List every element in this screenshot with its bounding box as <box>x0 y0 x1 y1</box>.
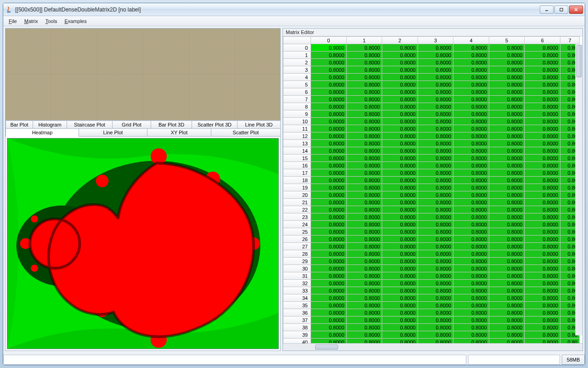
grid-cell[interactable]: 0.8000 <box>525 228 560 236</box>
grid-cell[interactable]: 0.8000 <box>525 155 560 162</box>
grid-cell[interactable]: 0.8000 <box>382 103 418 110</box>
grid-cell[interactable]: 0.8000 <box>382 81 418 88</box>
grid-cell[interactable]: 0.8000 <box>525 103 560 110</box>
grid-cell[interactable]: 0.8000 <box>346 324 382 331</box>
grid-cell[interactable]: 0.8000 <box>453 243 489 250</box>
grid-cell[interactable]: 0.8000 <box>418 206 453 213</box>
grid-cell[interactable]: 0.8000 <box>418 66 453 74</box>
grid-cell[interactable]: 0.8000 <box>382 125 418 132</box>
grid-cell[interactable]: 0.8000 <box>311 191 347 199</box>
row-header[interactable]: 21 <box>283 199 311 206</box>
grid-cell[interactable]: 0.8000 <box>489 272 525 280</box>
grid-cell[interactable]: 0.8000 <box>525 88 560 96</box>
grid-cell[interactable]: 0.8000 <box>346 96 382 103</box>
grid-cell[interactable]: 0.8000 <box>525 287 560 294</box>
grid-cell[interactable]: 0.8000 <box>489 110 525 118</box>
grid-cell[interactable]: 0.8000 <box>453 221 489 228</box>
grid-cell[interactable]: 0.8000 <box>453 110 489 118</box>
grid-cell[interactable]: 0.8000 <box>525 258 560 265</box>
grid-cell[interactable]: 0.8000 <box>311 213 347 221</box>
titlebar[interactable]: [[500x500]] DefaultDenseDoubleMatrix2D [… <box>3 3 585 16</box>
grid-cell[interactable]: 0.8000 <box>418 74 453 81</box>
grid-cell[interactable]: 0.8000 <box>453 324 489 331</box>
grid-cell[interactable]: 0.8000 <box>346 184 382 191</box>
col-header[interactable]: 6 <box>525 37 560 44</box>
grid-cell[interactable]: 0.8000 <box>418 302 453 309</box>
grid-cell[interactable]: 0.8000 <box>525 118 560 125</box>
grid-cell[interactable]: 0.8000 <box>382 265 418 272</box>
grid-cell[interactable]: 0.8000 <box>418 228 453 236</box>
grid-cell[interactable]: 0.8000 <box>311 258 347 265</box>
grid-cell[interactable]: 0.8000 <box>418 140 453 147</box>
grid-cell[interactable]: 0.8000 <box>525 221 560 228</box>
grid-cell[interactable]: 0.8000 <box>311 236 347 243</box>
grid-cell[interactable]: 0.8000 <box>453 184 489 191</box>
grid-cell[interactable]: 0.8000 <box>489 309 525 316</box>
grid-cell[interactable]: 0.8000 <box>418 221 453 228</box>
memory-button[interactable]: 58MB <box>562 355 585 365</box>
grid-cell[interactable]: 0.8000 <box>418 103 453 110</box>
grid-cell[interactable]: 0.8000 <box>525 243 560 250</box>
grid-cell[interactable]: 0.8000 <box>453 66 489 74</box>
row-header[interactable]: 19 <box>283 184 311 191</box>
grid-cell[interactable]: 0.8000 <box>382 250 418 258</box>
grid-cell[interactable]: 0.8000 <box>525 162 560 169</box>
grid-cell[interactable]: 0.8000 <box>382 302 418 309</box>
grid-cell[interactable]: 0.8000 <box>382 258 418 265</box>
grid-cell[interactable]: 0.8000 <box>489 96 525 103</box>
minimize-button[interactable] <box>540 6 554 14</box>
grid-cell[interactable]: 0.8000 <box>489 103 525 110</box>
grid-cell[interactable]: 0.8000 <box>453 228 489 236</box>
grid-cell[interactable]: 0.8000 <box>346 272 382 280</box>
col-header[interactable]: 4 <box>453 37 489 44</box>
col-header[interactable]: 1 <box>346 37 382 44</box>
grid-cell[interactable]: 0.8000 <box>489 213 525 221</box>
tab-line-plot-3d[interactable]: Line Plot 3D <box>237 121 281 129</box>
vertical-scrollbar-thumb[interactable] <box>577 45 582 77</box>
grid-cell[interactable]: 0.8000 <box>418 294 453 302</box>
grid-cell[interactable]: 0.8000 <box>418 169 453 177</box>
grid-cell[interactable]: 0.8000 <box>346 125 382 132</box>
grid-cell[interactable]: 0.8000 <box>453 155 489 162</box>
grid-cell[interactable]: 0.8000 <box>311 177 347 184</box>
row-header[interactable]: 40 <box>283 339 311 344</box>
grid-cell[interactable]: 0.8000 <box>311 221 347 228</box>
grid-cell[interactable]: 0.8000 <box>489 331 525 339</box>
grid-cell[interactable]: 0.8000 <box>489 221 525 228</box>
grid-cell[interactable]: 0.8000 <box>525 302 560 309</box>
grid-cell[interactable]: 0.8000 <box>525 66 560 74</box>
grid-cell[interactable]: 0.8000 <box>382 147 418 155</box>
grid-cell[interactable]: 0.8000 <box>311 294 347 302</box>
menu-matrix[interactable]: Matrix <box>22 17 41 25</box>
grid-cell[interactable]: 0.8000 <box>382 206 418 213</box>
heatmap-canvas[interactable] <box>7 138 279 349</box>
grid-corner[interactable] <box>283 37 311 44</box>
grid-cell[interactable]: 0.8000 <box>489 258 525 265</box>
row-header[interactable]: 26 <box>283 236 311 243</box>
matrix-grid[interactable]: 0123456700.90000.80000.80000.80000.80000… <box>283 36 580 343</box>
grid-cell[interactable]: 0.8000 <box>346 162 382 169</box>
grid-cell[interactable]: 0.8000 <box>418 155 453 162</box>
grid-cell[interactable]: 0.8000 <box>453 206 489 213</box>
grid-cell[interactable]: 0.8000 <box>311 103 347 110</box>
row-header[interactable]: 0 <box>283 44 311 52</box>
matrix-grid-scroll[interactable]: 0123456700.90000.80000.80000.80000.80000… <box>283 36 582 343</box>
grid-cell[interactable]: 0.8000 <box>453 44 489 52</box>
grid-cell[interactable]: 0.8000 <box>453 250 489 258</box>
row-header[interactable]: 32 <box>283 280 311 287</box>
row-header[interactable]: 38 <box>283 324 311 331</box>
grid-cell[interactable]: 0.8000 <box>489 236 525 243</box>
grid-cell[interactable]: 0.8000 <box>453 52 489 59</box>
row-header[interactable]: 11 <box>283 125 311 132</box>
grid-cell[interactable]: 0.8000 <box>346 88 382 96</box>
grid-cell[interactable]: 0.8000 <box>489 294 525 302</box>
grid-cell[interactable]: 0.8000 <box>453 96 489 103</box>
grid-cell[interactable]: 0.8000 <box>489 280 525 287</box>
grid-cell[interactable]: 0.8000 <box>489 74 525 81</box>
maximize-button[interactable] <box>554 6 568 14</box>
row-header[interactable]: 29 <box>283 258 311 265</box>
grid-cell[interactable]: 0.8000 <box>311 52 347 59</box>
grid-cell[interactable]: 0.8000 <box>311 250 347 258</box>
grid-cell[interactable]: 0.8000 <box>418 132 453 140</box>
grid-cell[interactable]: 0.8000 <box>453 177 489 184</box>
